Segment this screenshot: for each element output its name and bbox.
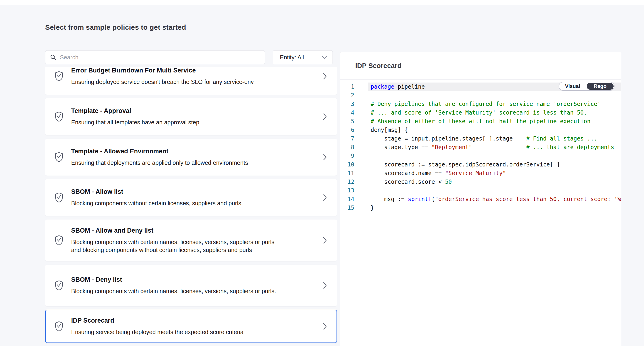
- policy-card-title: SBOM - Deny list: [71, 276, 323, 283]
- code-line-content: scorecard.name == "Service Maturity": [368, 169, 621, 178]
- policy-card-description: Blocking components with certain names, …: [71, 287, 284, 295]
- code-line-content: msg := sprintf("orderService has score l…: [368, 195, 621, 204]
- policy-card-text: SBOM - Deny list Blocking components wit…: [71, 276, 323, 295]
- policy-card-title: IDP Scorecard: [71, 317, 323, 324]
- line-number: 12: [340, 178, 354, 186]
- policy-card[interactable]: Template - Allowed Environment Ensuring …: [45, 139, 337, 176]
- code-line: 9: [340, 152, 621, 160]
- line-number: 5: [340, 117, 354, 126]
- policy-card[interactable]: SBOM - Allow and Deny list Blocking comp…: [45, 220, 337, 261]
- indent-guide: [371, 135, 371, 204]
- shield-check-icon: [54, 321, 64, 332]
- policy-detail-panel: IDP Scorecard Visual Rego 1 package pipe…: [340, 52, 621, 346]
- policy-card-title: Template - Allowed Environment: [71, 148, 323, 155]
- entity-filter-dropdown[interactable]: Entity: All: [272, 50, 333, 64]
- policy-card-description: Ensuring deployed service doesn't breach…: [71, 78, 284, 86]
- chevron-right-icon: [323, 154, 327, 161]
- chevron-right-icon: [323, 113, 327, 120]
- code-line: 7 stage = input.pipeline.stages[_].stage…: [340, 134, 621, 143]
- policy-card-text: Error Budget Burndown For Multi Service …: [71, 67, 323, 86]
- shield-check-icon: [54, 71, 64, 82]
- code-line: 6 deny[msg] {: [340, 126, 621, 134]
- policy-card-description: Ensuring that deployments are applied on…: [71, 159, 284, 167]
- search-input[interactable]: [56, 54, 265, 61]
- code-editor[interactable]: 1 package pipeline 2 3 # Deny pipelines …: [340, 82, 621, 212]
- code-line-content: stage.type == "Deployment" # ... that ar…: [368, 143, 621, 152]
- code-line-content: deny[msg] {: [368, 126, 621, 134]
- line-number: 14: [340, 195, 354, 204]
- search-icon: [50, 54, 56, 60]
- chevron-right-icon: [323, 73, 327, 80]
- code-line-content: scorecard.score < 50: [368, 178, 621, 186]
- shield-check-icon: [54, 192, 64, 203]
- policy-list: Error Budget Burndown For Multi Service …: [45, 67, 337, 346]
- search-box: [45, 50, 265, 64]
- line-number: 3: [340, 100, 354, 108]
- chevron-right-icon: [323, 323, 327, 330]
- toggle-option-rego[interactable]: Rego: [587, 83, 614, 90]
- policy-card[interactable]: IDP Scorecard Ensuring service being dep…: [45, 310, 337, 343]
- policy-card-text: IDP Scorecard Ensuring service being dep…: [71, 317, 323, 336]
- line-number: 1: [340, 82, 354, 91]
- code-line-content: # Deny pipelines that are configured for…: [368, 100, 621, 108]
- code-line-content: # ... and score of 'Service Maturity' sc…: [368, 108, 621, 117]
- top-bar: [0, 0, 644, 5]
- shield-check-icon: [54, 151, 64, 163]
- code-line-content: stage = input.pipeline.stages[_].stage #…: [368, 134, 621, 143]
- code-line: 15 }: [340, 204, 621, 212]
- shield-check-icon: [54, 111, 64, 122]
- code-line: 11 scorecard.name == "Service Maturity": [340, 169, 621, 178]
- line-number: 8: [340, 143, 354, 152]
- policy-card[interactable]: SBOM - Deny list Blocking components wit…: [45, 265, 337, 306]
- line-number: 2: [340, 91, 354, 100]
- chevron-down-icon: [321, 55, 328, 59]
- line-number: 13: [340, 186, 354, 195]
- policy-card-description: Ensuring that all templates have an appr…: [71, 118, 284, 126]
- shield-check-icon: [54, 235, 64, 246]
- policy-card-text: Template - Allowed Environment Ensuring …: [71, 148, 323, 167]
- policy-card-text: SBOM - Allow and Deny list Blocking comp…: [71, 227, 323, 254]
- policy-card[interactable]: Template - Approval Ensuring that all te…: [45, 98, 337, 135]
- policy-card[interactable]: Error Budget Burndown For Multi Service …: [45, 67, 337, 95]
- toggle-option-visual[interactable]: Visual: [559, 82, 586, 90]
- entity-filter-label: Entity: All: [280, 54, 304, 61]
- code-line-content: scorecard := stage.spec.idpScorecard.ord…: [368, 160, 621, 169]
- chevron-right-icon: [323, 237, 327, 244]
- shield-check-icon: [54, 280, 64, 291]
- code-line: 3 # Deny pipelines that are configured f…: [340, 100, 621, 108]
- code-line: 12 scorecard.score < 50: [340, 178, 621, 186]
- code-line: 14 msg := sprintf("orderService has scor…: [340, 195, 621, 204]
- code-line: 13: [340, 186, 621, 195]
- policy-card-description: Blocking components with certain names, …: [71, 238, 284, 254]
- policy-card[interactable]: SBOM - Allow list Blocking components wi…: [45, 179, 337, 216]
- line-number: 11: [340, 169, 354, 178]
- policy-card-text: SBOM - Allow list Blocking components wi…: [71, 188, 323, 207]
- panel-title: IDP Scorecard: [355, 62, 402, 70]
- policy-card-title: Error Budget Burndown For Multi Service: [71, 67, 323, 74]
- chevron-right-icon: [323, 282, 327, 289]
- code-line: 10 scorecard := stage.spec.idpScorecard.…: [340, 160, 621, 169]
- policy-card-title: SBOM - Allow list: [71, 188, 323, 195]
- code-line-content: }: [368, 204, 621, 212]
- line-number: 10: [340, 160, 354, 169]
- policy-card-description: Ensuring service being deployed meets th…: [71, 328, 284, 336]
- code-line: 5 # Absence of either of these will not …: [340, 117, 621, 126]
- code-line-content: [368, 91, 621, 100]
- code-line: 8 stage.type == "Deployment" # ... that …: [340, 143, 621, 152]
- panel-header: IDP Scorecard: [340, 52, 621, 80]
- code-line: 2: [340, 91, 621, 100]
- code-line-content: # Absence of either of these will not ha…: [368, 117, 621, 126]
- code-line-content: [368, 186, 621, 195]
- line-number: 9: [340, 152, 354, 160]
- line-number: 15: [340, 204, 354, 212]
- page-title: Select from sample policies to get start…: [45, 23, 186, 31]
- policy-card-text: Template - Approval Ensuring that all te…: [71, 107, 323, 126]
- line-number: 6: [340, 126, 354, 134]
- code-line: 4 # ... and score of 'Service Maturity' …: [340, 108, 621, 117]
- editor-mode-toggle: Visual Rego: [558, 82, 614, 91]
- policy-card-title: Template - Approval: [71, 107, 323, 115]
- chevron-right-icon: [323, 194, 327, 201]
- policy-card-description: Blocking components without certain lice…: [71, 199, 284, 207]
- line-number: 4: [340, 108, 354, 117]
- policy-card-title: SBOM - Allow and Deny list: [71, 227, 323, 234]
